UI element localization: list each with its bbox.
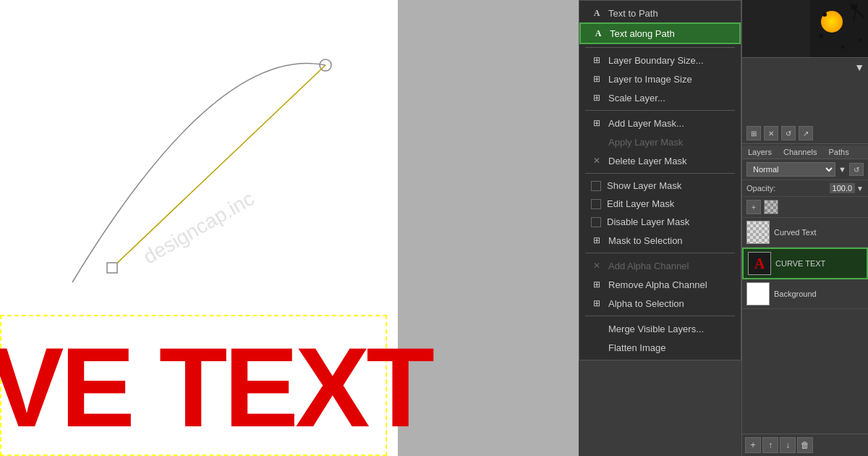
delete-mask-icon: ✕ [591, 155, 603, 166]
menu-item-delete-layer-mask[interactable]: ✕ Delete Layer Mask [579, 151, 741, 170]
delete-layer-mask-label: Delete Layer Mask [608, 156, 686, 166]
white-canvas: VE TEXT designcap.inc [0, 0, 398, 456]
opacity-row: Opacity: 100.0 ▼ [742, 180, 868, 197]
opacity-arrows: ▼ [856, 185, 864, 193]
checkerboard-btn[interactable] [764, 200, 778, 214]
layers-scroll-arrow[interactable]: ▼ [854, 62, 864, 73]
apply-layer-mask-label: Apply Layer Mask [608, 137, 683, 148]
menu-item-show-layer-mask[interactable]: Show Layer Mask [579, 177, 741, 195]
menu-item-remove-alpha-channel[interactable]: ⊞ Remove Alpha Channel [579, 275, 741, 294]
svg-rect-2 [107, 263, 117, 273]
curved-text-thumbnail [746, 221, 770, 244]
alpha-selection-icon: ⊞ [591, 297, 603, 309]
layers-panel: ▼ ⊞ ✕ ↺ ↗ Layers Channels Paths Normal ▼… [741, 0, 868, 456]
big-red-text: VE TEXT [0, 324, 431, 452]
new-layer-btn[interactable]: ⊞ [746, 126, 761, 140]
layer-action-buttons: + [742, 197, 868, 218]
refresh-btn[interactable]: ↺ [781, 126, 796, 140]
layer-tab-bar: Layers Channels Paths [742, 145, 868, 159]
add-alpha-icon: ✕ [591, 260, 603, 271]
layer-history-btn[interactable]: ↺ [849, 163, 864, 176]
disable-layer-mask-label: Disable Layer Mask [607, 216, 689, 227]
menu-item-apply-layer-mask: Apply Layer Mask [579, 132, 741, 151]
mode-row: Normal ▼ ↺ [742, 159, 868, 180]
menu-item-flatten-image[interactable]: Flatten Image [579, 338, 741, 357]
layer-to-image-size-label: Layer to Image Size [608, 74, 692, 85]
mask-to-selection-label: Mask to Selection [608, 235, 683, 246]
splatter-svg [810, 0, 868, 58]
new-layer-action-btn[interactable]: + [746, 200, 761, 214]
tab-layers[interactable]: Layers [742, 145, 778, 159]
show-layer-mask-label: Show Layer Mask [607, 180, 681, 191]
add-layer-bottom-btn[interactable]: + [745, 437, 761, 453]
scale-layer-icon: ⊞ [591, 92, 603, 104]
flatten-icon [591, 342, 603, 353]
menu-item-layer-to-image-size[interactable]: ⊞ Layer to Image Size [579, 69, 741, 88]
layer-image-size-icon: ⊞ [591, 73, 603, 85]
merge-icon [591, 323, 603, 334]
layer-item-background[interactable]: Background [742, 279, 868, 309]
add-mask-icon: ⊞ [591, 117, 603, 129]
path-svg [0, 0, 398, 304]
menu-item-mask-to-selection[interactable]: ⊞ Mask to Selection [579, 231, 741, 250]
separator-4 [585, 253, 735, 253]
tab-channels[interactable]: Channels [778, 145, 822, 159]
move-layer-down-btn[interactable]: ↓ [780, 437, 796, 453]
separator-5 [585, 316, 735, 316]
alpha-to-selection-label: Alpha to Selection [608, 298, 684, 309]
show-mask-checkbox[interactable] [591, 181, 601, 191]
flatten-image-label: Flatten Image [608, 342, 666, 353]
text-to-path-label: Text to Path [608, 8, 658, 19]
layer-item-curve-text[interactable]: A CURVE TEXT [742, 248, 868, 279]
remove-alpha-channel-label: Remove Alpha Channel [608, 279, 707, 290]
text-along-path-label: Text along Path [610, 28, 675, 39]
disable-mask-checkbox[interactable] [591, 217, 601, 227]
menu-item-text-to-path[interactable]: A Text to Path [579, 4, 741, 22]
layer-boundary-icon: ⊞ [591, 54, 603, 66]
canvas-area: VE TEXT designcap.inc [0, 0, 579, 456]
remove-alpha-icon: ⊞ [591, 279, 603, 290]
menu-item-scale-layer[interactable]: ⊞ Scale Layer... [579, 88, 741, 107]
edit-mask-checkbox[interactable] [591, 199, 601, 209]
opacity-value[interactable]: 100.0 [830, 183, 856, 193]
curve-text-thumbnail: A [748, 252, 771, 275]
context-menu: A Text to Path A Text along Path ⊞ Layer… [579, 0, 741, 360]
export-btn[interactable]: ↗ [799, 126, 813, 140]
menu-item-add-alpha-channel: ✕ Add Alpha Channel [579, 256, 741, 275]
curve-text-a-icon: A [754, 256, 765, 272]
menu-item-add-layer-mask[interactable]: ⊞ Add Layer Mask... [579, 114, 741, 132]
text-along-path-icon: A [592, 28, 604, 39]
svg-point-3 [822, 12, 827, 17]
text-to-path-icon: A [591, 7, 603, 19]
blend-mode-select[interactable]: Normal [746, 162, 835, 177]
menu-item-text-along-path[interactable]: A Text along Path [579, 22, 741, 44]
svg-point-7 [841, 46, 844, 48]
svg-point-5 [859, 38, 862, 41]
tab-paths[interactable]: Paths [823, 145, 855, 159]
mode-arrow: ▼ [838, 165, 846, 174]
menu-item-layer-boundary-size[interactable]: ⊞ Layer Boundary Size... [579, 51, 741, 69]
background-name: Background [774, 290, 817, 298]
mask-selection-icon: ⊞ [591, 235, 603, 246]
edit-layer-mask-label: Edit Layer Mask [607, 198, 674, 209]
merge-visible-label: Merge Visible Layers... [608, 324, 704, 334]
menu-item-edit-layer-mask[interactable]: Edit Layer Mask [579, 195, 741, 213]
add-alpha-channel-label: Add Alpha Channel [608, 261, 689, 271]
scale-layer-label: Scale Layer... [608, 93, 665, 104]
separator-3 [585, 173, 735, 174]
menu-item-alpha-to-selection[interactable]: ⊞ Alpha to Selection [579, 294, 741, 313]
menu-item-merge-visible[interactable]: Merge Visible Layers... [579, 319, 741, 338]
opacity-label: Opacity: [746, 184, 775, 193]
delete-layer-bottom-btn[interactable]: 🗑 [797, 437, 813, 453]
splatter-thumbnail [810, 0, 868, 58]
menu-item-disable-layer-mask[interactable]: Disable Layer Mask [579, 213, 741, 231]
svg-line-1 [112, 65, 326, 268]
move-layer-up-btn[interactable]: ↑ [762, 437, 778, 453]
apply-mask-icon [591, 136, 603, 148]
layer-item-curved-text[interactable]: Curved Text [742, 218, 868, 248]
layer-boundary-label: Layer Boundary Size... [608, 55, 704, 66]
curved-text-name: Curved Text [774, 228, 817, 237]
delete-layer-btn[interactable]: ✕ [764, 126, 778, 140]
separator-1 [585, 47, 735, 48]
layers-top-image [742, 0, 868, 58]
